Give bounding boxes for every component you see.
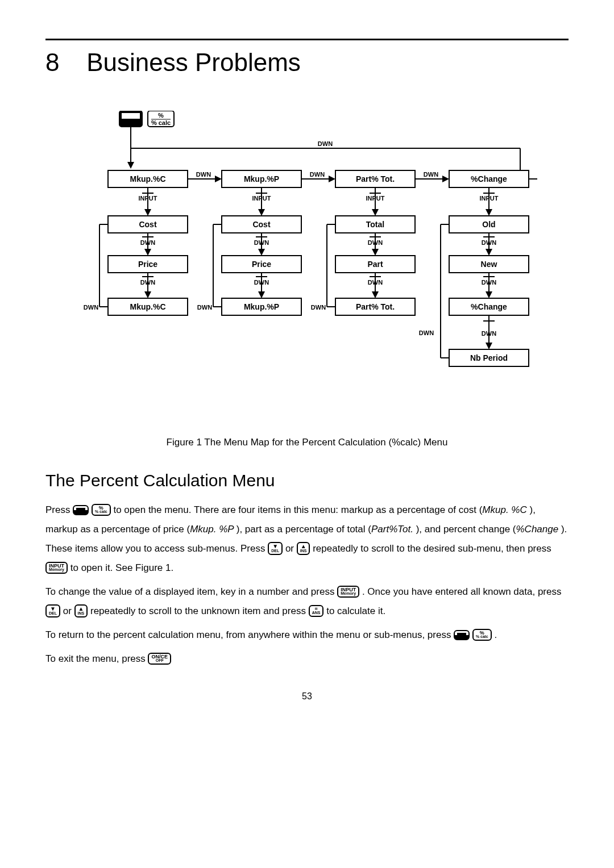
svg-text:INPUT: INPUT	[366, 195, 385, 202]
svg-text:DWN: DWN	[254, 239, 269, 246]
input-key-icon: INPUTMemory	[337, 586, 359, 598]
svg-text:DWN: DWN	[424, 171, 438, 178]
svg-text:Mkup.%P: Mkup.%P	[244, 302, 279, 311]
svg-text:%Change: %Change	[471, 174, 507, 183]
svg-text:DWN: DWN	[84, 304, 98, 311]
svg-text:Old: Old	[482, 220, 495, 229]
svg-text:DWN: DWN	[197, 304, 212, 311]
svg-text:DWN: DWN	[140, 279, 155, 286]
svg-text:DWN: DWN	[140, 239, 155, 246]
svg-text:Part% Tot.: Part% Tot.	[356, 174, 395, 183]
svg-text:Mkup.%P: Mkup.%P	[244, 174, 279, 183]
equals-key-icon: =ANS	[309, 605, 324, 617]
svg-text:DWN: DWN	[482, 279, 496, 286]
chapter-title-text: Business Problems	[86, 48, 301, 76]
paragraph-1: Press %% calc to open the menu. There ar…	[45, 500, 569, 578]
svg-text:INPUT: INPUT	[252, 195, 271, 202]
input-key-icon: INPUTMemory	[45, 562, 68, 574]
svg-text:Price: Price	[252, 260, 271, 269]
svg-text:DWN: DWN	[482, 239, 496, 246]
svg-marker-80	[144, 291, 151, 298]
svg-text:% calc: % calc	[151, 119, 171, 126]
svg-text:DWN: DWN	[311, 304, 326, 311]
section-heading: The Percent Calculation Menu	[45, 471, 569, 490]
svg-text:New: New	[481, 260, 497, 269]
svg-marker-32	[144, 209, 151, 216]
svg-text:DWN: DWN	[254, 279, 269, 286]
svg-marker-44	[486, 209, 492, 216]
chapter-number: 8	[45, 48, 80, 77]
paragraph-3: To return to the percent calculation men…	[45, 625, 569, 645]
chapter-title: 8 Business Problems	[45, 48, 569, 77]
percent-calc-key-icon: %% calc	[92, 504, 111, 516]
svg-marker-40	[372, 209, 379, 216]
svg-text:DWN: DWN	[419, 329, 434, 336]
svg-marker-120	[486, 343, 492, 349]
svg-text:DWN: DWN	[482, 330, 496, 337]
svg-text:Price: Price	[138, 260, 157, 269]
down-key-icon: ▼DEL	[45, 604, 60, 617]
figure-caption: Figure 1 The Menu Map for the Percent Ca…	[45, 437, 569, 448]
svg-rect-1	[122, 113, 140, 119]
svg-marker-36	[258, 209, 265, 216]
svg-text:Cost: Cost	[139, 220, 156, 229]
svg-text:Total: Total	[366, 220, 384, 229]
svg-marker-64	[372, 249, 379, 256]
on-ce-key-icon: ON/CEOFF	[148, 653, 171, 665]
svg-text:Cost: Cost	[252, 220, 270, 229]
svg-text:Mkup.%C: Mkup.%C	[130, 174, 166, 183]
body-text: Press %% calc to open the menu. There ar…	[45, 500, 569, 669]
svg-marker-56	[144, 249, 151, 256]
svg-text:DWN: DWN	[368, 279, 383, 286]
svg-text:Mkup.%C: Mkup.%C	[130, 302, 166, 311]
paragraph-2: To change the value of a displayed item,…	[45, 582, 569, 621]
svg-text:INPUT: INPUT	[139, 195, 157, 202]
up-key-icon: ▲INS	[297, 542, 310, 554]
figure-1: % % calc DWN Mkup.%C Mkup.%P Part% Tot. …	[51, 111, 563, 420]
shift-key-icon	[73, 505, 89, 515]
svg-text:Part: Part	[367, 260, 383, 269]
svg-marker-92	[486, 291, 492, 298]
menu-map-diagram: % % calc DWN Mkup.%C Mkup.%P Part% Tot. …	[51, 111, 563, 418]
svg-marker-60	[258, 249, 265, 256]
percent-calc-key-icon: %% calc	[472, 629, 492, 641]
svg-text:%Change: %Change	[471, 302, 507, 311]
svg-text:Part% Tot.: Part% Tot.	[356, 302, 395, 311]
svg-text:INPUT: INPUT	[480, 195, 499, 202]
svg-marker-7	[127, 162, 134, 169]
top-rule	[45, 39, 569, 40]
svg-text:DWN: DWN	[368, 239, 383, 246]
svg-marker-19	[215, 176, 222, 182]
svg-marker-68	[486, 249, 492, 256]
svg-text:DWN: DWN	[196, 171, 211, 178]
svg-marker-22	[329, 176, 335, 182]
svg-text:DWN: DWN	[310, 171, 325, 178]
up-key-icon: ▲INS	[74, 604, 88, 617]
svg-marker-84	[258, 291, 265, 298]
svg-marker-25	[442, 176, 449, 182]
down-key-icon: ▼DEL	[268, 542, 283, 554]
svg-text:Nb  Period: Nb Period	[470, 353, 508, 362]
svg-text:DWN: DWN	[318, 140, 333, 147]
svg-marker-88	[372, 291, 379, 298]
page-number: 53	[45, 691, 569, 702]
shift-key-icon	[454, 630, 470, 640]
paragraph-4: To exit the menu, press ON/CEOFF	[45, 649, 569, 669]
svg-text:%: %	[158, 112, 164, 119]
